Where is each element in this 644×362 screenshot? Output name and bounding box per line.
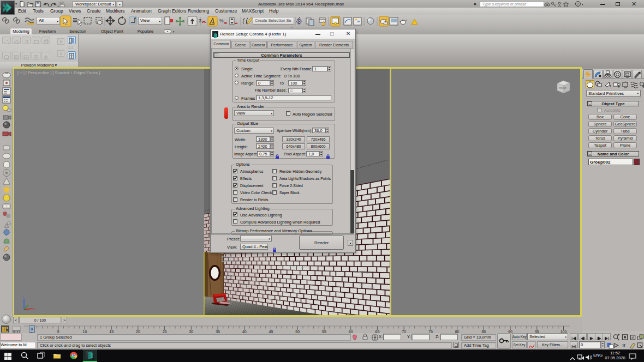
svg-text:!!: !! (622, 343, 625, 348)
svg-text:[ + ] [ Perspective ] [ Shaded: [ + ] [ Perspective ] [ Shaded + Edged F… (17, 70, 100, 75)
svg-text:z: z (22, 295, 24, 299)
svg-text:x: x (34, 307, 35, 311)
svg-text:FRONT: FRONT (559, 87, 567, 89)
